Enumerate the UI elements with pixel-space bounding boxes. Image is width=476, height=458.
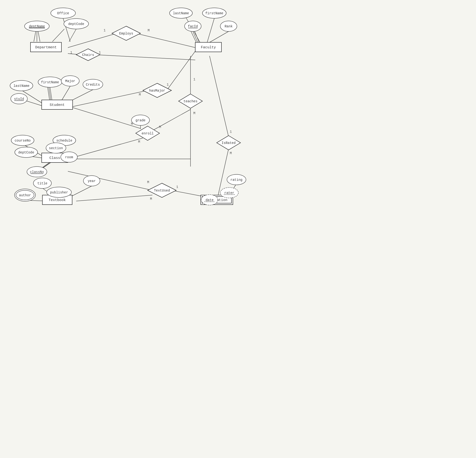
card-textused-m1: M <box>147 180 149 184</box>
attr-major-label: Major <box>65 79 75 83</box>
attr-office-label: Office <box>57 11 69 15</box>
card-chairs-1b: 1 <box>99 51 101 54</box>
card-chairs-1a: 1 <box>70 51 72 54</box>
attr-date-label: date <box>205 198 213 202</box>
svg-line-23 <box>73 90 148 107</box>
card-hasmajor-1: 1 <box>167 83 169 87</box>
svg-line-7 <box>207 18 214 42</box>
attr-title-label: title <box>37 182 47 185</box>
attr-classno-label: classNo <box>30 170 44 174</box>
svg-line-28 <box>68 138 143 159</box>
relation-enroll-label: enroll <box>142 132 153 135</box>
attr-year-label: year <box>88 179 96 183</box>
relation-chairs-label: Chairs <box>82 53 94 57</box>
svg-line-42 <box>171 190 202 196</box>
card-enroll-m1: M <box>131 122 133 126</box>
relation-textused-label: TextUsed <box>154 189 170 192</box>
relation-employs-label: Employs <box>119 32 133 35</box>
card-textused-1: 1 <box>176 185 178 189</box>
svg-line-22 <box>73 90 93 100</box>
svg-line-27 <box>73 108 140 128</box>
svg-line-24 <box>167 51 195 90</box>
svg-line-3 <box>38 31 40 42</box>
attr-lastname-stu-label: lastName <box>13 84 29 88</box>
svg-line-15 <box>95 55 195 60</box>
entity-department-label: Department <box>35 45 57 50</box>
entity-student-label: Student <box>50 103 65 107</box>
card-teaches-m: M <box>193 111 195 115</box>
svg-line-29 <box>148 109 190 133</box>
svg-line-2 <box>52 29 64 42</box>
attr-stuid-label: stuId <box>14 97 24 101</box>
attr-rating-label: rating <box>230 178 242 182</box>
card-textused-m2: M <box>150 197 152 201</box>
relation-israted-label: IsRated <box>222 141 236 145</box>
card-employs-1: 1 <box>104 29 105 32</box>
attr-lastname-fac-label: lastName <box>173 11 189 15</box>
card-teaches-1: 1 <box>193 78 195 81</box>
card-employs-m: M <box>148 29 150 32</box>
svg-line-40 <box>68 171 153 190</box>
attr-credits-label: Credits <box>86 83 100 87</box>
attr-grade-label: grade <box>136 118 145 122</box>
attr-rater-label: rater <box>224 191 234 195</box>
attr-room-label: room <box>65 155 73 159</box>
card-enroll-m3: M <box>159 125 161 129</box>
card-hasmajor-m: M <box>139 93 141 97</box>
attr-rank-label: Rank <box>225 25 233 28</box>
attr-author-label: author <box>19 193 31 197</box>
relation-teaches-label: teaches <box>184 100 198 103</box>
attr-deptcode-dept-label: deptCode <box>68 22 84 26</box>
relation-hasmajor-label: hasMajor <box>149 89 165 92</box>
attr-firstname-stu-label: firstName <box>41 80 59 84</box>
entity-textbook-label: Textbook <box>49 198 66 202</box>
svg-line-21 <box>62 86 70 100</box>
attr-publisher-label: publisher <box>50 191 68 194</box>
card-israted-m: M <box>230 151 232 155</box>
attr-facid-label: facId <box>188 25 198 28</box>
card-israted-1: 1 <box>230 130 232 134</box>
entity-class-label: Class <box>49 156 60 160</box>
svg-line-47 <box>210 56 229 137</box>
svg-line-1 <box>69 29 76 42</box>
svg-line-46 <box>71 186 92 196</box>
attr-courseno-label: courseNo <box>15 139 31 142</box>
card-enroll-m2: M <box>138 140 140 144</box>
svg-line-5 <box>34 31 36 42</box>
svg-line-11 <box>210 31 229 42</box>
entity-faculty-label: Faculty <box>201 45 216 50</box>
attr-schedule-label: schedule <box>56 139 72 142</box>
svg-line-41 <box>76 195 153 201</box>
attr-section-label: section <box>49 146 63 150</box>
svg-line-13 <box>136 33 195 48</box>
attr-firstname-fac-label: firstName <box>205 11 223 15</box>
attr-deptcode-class-label: deptCode <box>18 151 34 154</box>
attr-deptname-label: deptName <box>29 25 45 28</box>
svg-line-12 <box>68 33 117 48</box>
